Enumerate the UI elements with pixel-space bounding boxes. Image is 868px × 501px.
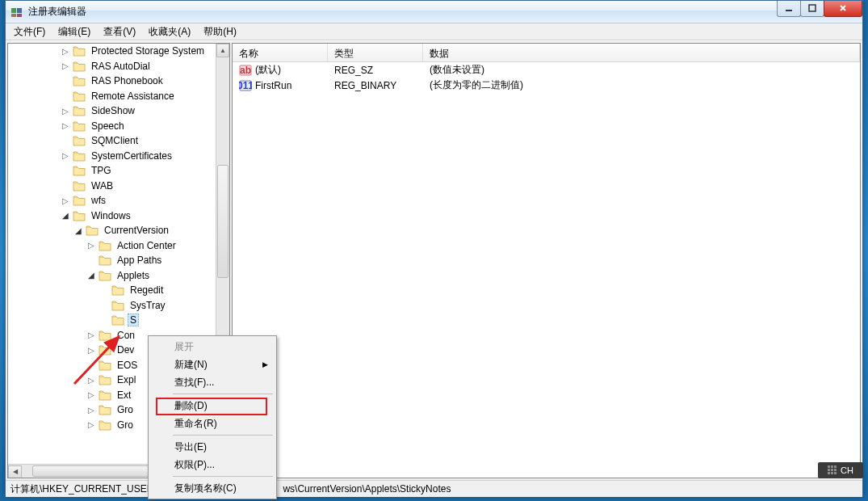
tree-item[interactable]: ▷SideShow [8, 103, 229, 119]
tree-item-label: Expl [115, 373, 138, 386]
submenu-arrow-icon: ▶ [262, 360, 268, 368]
svg-rect-0 [11, 8, 16, 13]
menu-view[interactable]: 查看(V) [97, 23, 142, 40]
tree-item-label: SideShow [89, 104, 137, 117]
tree-item[interactable]: ▷SystemCertificates [8, 149, 229, 164]
scroll-left-button[interactable]: ◀ [8, 465, 22, 478]
ctx-rename[interactable]: 重命名(R) [150, 415, 275, 432]
list-header[interactable]: 名称 类型 数据 [233, 44, 860, 62]
status-bar: 计算机\HKEY_CURRENT_USER ws\CurrentVersion\… [6, 480, 862, 497]
tree-item[interactable]: WAB [8, 179, 229, 194]
menu-file[interactable]: 文件(F) [7, 23, 52, 40]
tree-item-label: EOS [115, 359, 140, 372]
ime-lang: CH [841, 465, 853, 475]
value-data: (数值未设置) [430, 63, 484, 77]
ctx-permissions[interactable]: 权限(P)... [150, 456, 275, 474]
scroll-thumb[interactable] [217, 165, 229, 278]
list-row[interactable]: 011FirstRunREG_BINARY(长度为零的二进制值) [233, 78, 860, 93]
col-type[interactable]: 类型 [328, 44, 423, 61]
tree-item-label: RAS AutoDial [89, 60, 153, 73]
menu-edit[interactable]: 编辑(E) [52, 23, 97, 40]
collapse-icon[interactable]: ◢ [73, 225, 84, 236]
svg-rect-3 [17, 14, 22, 17]
collapse-icon[interactable]: ◢ [86, 270, 97, 281]
expand-icon[interactable]: ▷ [86, 419, 97, 431]
tree-item-label: Ext [115, 389, 133, 402]
ctx-expand: 展开 [150, 338, 275, 356]
status-path-left: 计算机\HKEY_CURRENT_USER [10, 482, 153, 496]
tree-item[interactable]: App Paths [8, 253, 229, 268]
no-expand-icon [99, 284, 110, 296]
tree-item[interactable]: ◢Windows [8, 208, 229, 224]
value-name: FirstRun [255, 80, 291, 91]
tree-item-label: Speech [89, 120, 127, 133]
tree-item[interactable]: ◢CurrentVersion [8, 223, 229, 238]
svg-rect-4 [786, 10, 792, 11]
tree-item-label: Con [115, 329, 137, 342]
no-expand-icon [60, 180, 71, 192]
expand-icon[interactable]: ▷ [86, 344, 97, 356]
scroll-up-button[interactable]: ▲ [216, 44, 229, 57]
no-expand-icon [86, 255, 97, 266]
status-path-right: ws\CurrentVersion\Applets\StickyNotes [283, 483, 451, 495]
tree-item[interactable]: ▷wfs [8, 193, 229, 208]
tree-item[interactable]: SQMClient [8, 133, 229, 149]
tree-item-label: wfs [89, 194, 108, 207]
tree-item-label: SystemCertificates [89, 149, 174, 162]
value-data: (长度为零的二进制值) [430, 78, 523, 92]
maximize-button[interactable] [800, 1, 824, 17]
app-icon [10, 6, 23, 19]
expand-icon[interactable]: ▷ [60, 195, 71, 206]
value-type: REG_BINARY [334, 80, 396, 91]
tree-item[interactable]: ▷Speech [8, 119, 229, 134]
tree-item[interactable]: ▷Action Center [8, 238, 229, 254]
svg-text:ab: ab [240, 65, 251, 76]
col-data[interactable]: 数据 [423, 44, 860, 61]
tree-item[interactable]: TPG [8, 163, 229, 179]
tree-item[interactable]: SysTray [8, 298, 229, 314]
ctx-find[interactable]: 查找(F)... [150, 373, 275, 391]
tree-item-label: Remote Assistance [89, 90, 177, 103]
tree-item[interactable]: RAS Phonebook [8, 74, 229, 89]
expand-icon[interactable]: ▷ [86, 404, 97, 415]
tree-item[interactable]: ▷Protected Storage System [8, 44, 229, 59]
close-button[interactable] [824, 1, 862, 17]
expand-icon[interactable]: ▷ [60, 120, 71, 132]
tree-item[interactable]: ▷RAS AutoDial [8, 59, 229, 74]
list-row[interactable]: ab(默认)REG_SZ(数值未设置) [233, 62, 860, 78]
tree-item[interactable]: ◢Applets [8, 268, 229, 284]
tree-item-label: S [128, 314, 139, 326]
expand-icon[interactable]: ▷ [86, 374, 97, 385]
tree-item-label: Gro [115, 419, 136, 432]
expand-icon[interactable]: ▷ [60, 45, 71, 57]
tree-item[interactable]: S [8, 313, 229, 328]
value-type: REG_SZ [334, 65, 373, 76]
tree-item-label: RAS Phonebook [89, 74, 166, 87]
expand-icon[interactable]: ▷ [60, 150, 71, 162]
minimize-button[interactable] [777, 1, 801, 17]
ctx-new[interactable]: 新建(N)▶ [150, 356, 275, 373]
col-name[interactable]: 名称 [233, 44, 328, 61]
menu-help[interactable]: 帮助(H) [197, 23, 243, 40]
collapse-icon[interactable]: ◢ [60, 210, 71, 221]
ime-indicator[interactable]: CH [818, 462, 863, 478]
expand-icon[interactable]: ▷ [86, 389, 97, 401]
no-expand-icon [60, 75, 71, 86]
no-expand-icon [60, 135, 71, 146]
menu-fav[interactable]: 收藏夹(A) [142, 23, 197, 40]
tree-item[interactable]: Regedit [8, 283, 229, 298]
menu-bar: 文件(F) 编辑(E) 查看(V) 收藏夹(A) 帮助(H) [6, 23, 862, 40]
ctx-export[interactable]: 导出(E) [150, 438, 275, 456]
title-bar[interactable]: 注册表编辑器 [6, 1, 862, 23]
tree-item-label: App Paths [115, 254, 164, 267]
expand-icon[interactable]: ▷ [86, 240, 97, 251]
expand-icon[interactable]: ▷ [86, 330, 97, 341]
ctx-copy-keyname[interactable]: 复制项名称(C) [150, 479, 275, 497]
tree-item[interactable]: Remote Assistance [8, 89, 229, 104]
tree-item-label: WAB [89, 179, 115, 192]
expand-icon[interactable]: ▷ [60, 105, 71, 116]
ctx-delete[interactable]: 删除(D) [150, 397, 275, 415]
list-body[interactable]: ab(默认)REG_SZ(数值未设置)011FirstRunREG_BINARY… [233, 62, 860, 478]
tree-item-label: Applets [115, 269, 152, 282]
expand-icon[interactable]: ▷ [60, 61, 71, 72]
